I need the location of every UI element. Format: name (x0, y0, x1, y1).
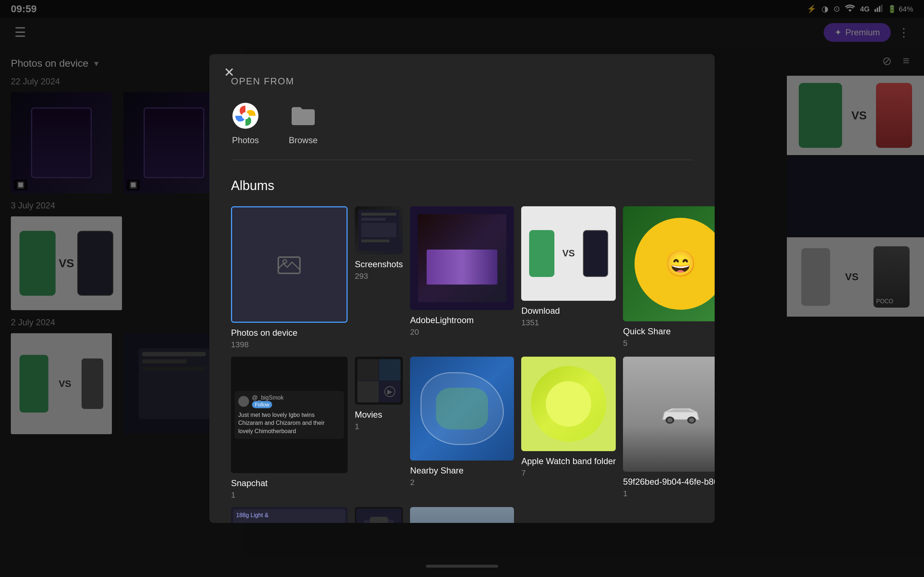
album-thumb: 188g Light & T100 90H+ 50MP (231, 507, 347, 523)
open-from-dialog: ✕ OPEN FROM (209, 54, 715, 523)
album-name: Photos on device (231, 328, 347, 338)
album-count: 5 (623, 338, 715, 348)
album-thumb: ✏ (355, 507, 403, 523)
album-thumb (355, 206, 403, 254)
album-download[interactable]: VS Download 1351 (521, 206, 616, 350)
album-adobe-lightroom[interactable]: AdobeLightroom 20 (410, 206, 514, 350)
album-name: 59f26bed-9b04-46fe-b801-0... (623, 477, 715, 487)
album-name: Nearby Share (410, 466, 514, 475)
album-count: 293 (355, 272, 403, 281)
open-from-browse-label: Browse (289, 135, 318, 145)
album-quick-share[interactable]: 😄 Quick Share 5 (623, 206, 715, 350)
svg-point-10 (667, 418, 672, 422)
svg-point-11 (689, 418, 694, 422)
album-screenshots[interactable]: Screenshots 293 (355, 206, 403, 350)
google-photos-icon (231, 102, 260, 130)
album-count: 1 (623, 489, 715, 498)
album-count: 7 (521, 469, 616, 478)
dialog-overlay: ✕ OPEN FROM (0, 0, 924, 577)
album-count: 2 (410, 478, 514, 487)
albums-grid: Photos on device 1398 (231, 206, 693, 523)
album-pictures[interactable]: ✏ Pictures 2 (355, 507, 403, 523)
album-thumb (623, 357, 715, 472)
album-nearby-share[interactable]: Nearby Share 2 (410, 357, 514, 500)
album-name: Movies (355, 410, 403, 420)
open-from-browse[interactable]: Browse (289, 102, 318, 145)
open-from-photos[interactable]: Photos (231, 102, 260, 145)
svg-point-7 (283, 259, 287, 263)
album-name: Quick Share (623, 326, 715, 337)
album-count: 1 (231, 490, 347, 500)
open-from-photos-label: Photos (232, 135, 259, 145)
album-name: Download (521, 306, 616, 316)
album-uuid-folder[interactable]: 59f26bed-9b04-46fe-b801-0... 1 (623, 357, 715, 500)
album-thumb: VS (521, 206, 616, 301)
album-name: Screenshots (355, 259, 403, 269)
album-bv7100[interactable]: 188g Light & T100 90H+ 50MP BV7100+BV520… (231, 507, 347, 523)
album-thumb (521, 357, 616, 451)
album-thumb (410, 507, 514, 523)
dialog-close-button[interactable]: ✕ (224, 65, 234, 80)
browse-folder-icon (289, 102, 318, 130)
album-name: Apple Watch band folder (521, 456, 616, 466)
open-from-title: OPEN FROM (231, 76, 693, 87)
album-thumb (410, 357, 514, 461)
album-thumb (410, 206, 514, 310)
album-uuid2[interactable]: 10521188-5ee1-4b01-91a6-d7... 1 (410, 507, 514, 523)
album-snapchat[interactable]: @_bigSmok Follow Just met two lovely Igb… (231, 357, 347, 500)
album-photos-on-device[interactable]: Photos on device 1398 (231, 206, 347, 350)
album-movies[interactable]: ▶ Movies 1 (355, 357, 403, 500)
album-name: Snapchat (231, 478, 347, 488)
albums-title: Albums (231, 178, 693, 193)
album-name: AdobeLightroom (410, 315, 514, 325)
album-thumb: @_bigSmok Follow Just met two lovely Igb… (231, 357, 347, 473)
album-thumb: 😄 (623, 206, 715, 321)
open-from-row: Photos Browse (231, 102, 693, 160)
svg-point-5 (242, 112, 249, 119)
album-count: 1398 (231, 340, 347, 350)
album-apple-watch-band[interactable]: Apple Watch band folder 7 (521, 357, 616, 500)
album-thumb (231, 206, 347, 323)
album-count: 1 (355, 422, 403, 431)
album-count: 20 (410, 327, 514, 337)
album-count: 1351 (521, 318, 616, 327)
album-thumb: ▶ (355, 357, 403, 405)
